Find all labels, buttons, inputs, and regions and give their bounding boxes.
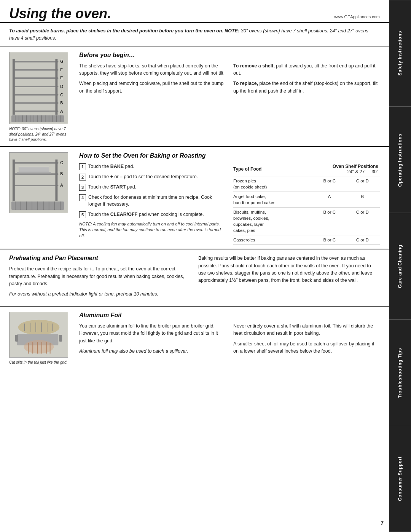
svg-text:G: G <box>60 59 63 63</box>
before-you-begin-right: To remove a shelf, pull it toward you, t… <box>233 62 380 98</box>
preheating-para-2: For ovens without a preheat indicator li… <box>9 291 191 298</box>
shelf-positions-col: Type of Food Oven Shelf Positions 24" & … <box>233 163 380 245</box>
remove-shelf-para: To remove a shelf, pull it toward you, t… <box>233 62 380 77</box>
main-content: Using the oven. www.GEAppliances.com To … <box>0 0 389 370</box>
before-you-begin-section: G F E D C B A <box>0 46 389 147</box>
page-title: Using the oven. <box>9 7 111 21</box>
sidebar-tab-operating[interactable]: Operating Instructions <box>389 107 411 213</box>
svg-text:E: E <box>60 75 63 80</box>
aluminum-image-area: Cut slits in the foil just like the grid… <box>9 312 74 365</box>
svg-rect-0 <box>10 52 68 124</box>
svg-text:C: C <box>60 92 63 97</box>
preheating-left: Preheating and Pan Placement Preheat the… <box>9 255 191 301</box>
aluminum-para-1: You can use aluminum foil to line the br… <box>79 323 226 345</box>
step-1: 1 Touch the BAKE pad. <box>79 163 226 170</box>
svg-rect-36 <box>13 173 58 175</box>
before-you-begin-content: Before you begin… The shelves have stop-… <box>79 52 380 142</box>
baking-image-area: C B A <box>9 152 74 245</box>
svg-text:B: B <box>60 101 63 105</box>
oven-shelf-image: G F E D C B A <box>9 52 68 124</box>
svg-rect-61 <box>15 335 18 342</box>
before-you-begin-title: Before you begin… <box>79 52 380 59</box>
table-row: Casseroles B or C C or D <box>233 235 380 245</box>
svg-rect-12 <box>13 94 58 95</box>
before-you-begin-left: The shelves have stop-locks, so that whe… <box>79 62 226 98</box>
sidebar-tab-troubleshooting[interactable]: Troubleshooting Tips <box>389 320 411 426</box>
baking-section: C B A <box>0 147 389 250</box>
aluminum-image-caption: Cut slits in the foil just like the grid… <box>9 360 74 365</box>
baking-columns: 1 Touch the BAKE pad. 2 Touch the + or –… <box>79 163 380 245</box>
intro-text: To avoid possible burns, place the shelv… <box>0 25 389 46</box>
svg-rect-10 <box>13 77 58 79</box>
preheating-section: Preheating and Pan Placement Preheat the… <box>0 249 389 307</box>
svg-text:D: D <box>60 84 63 89</box>
preheating-para-1: Preheat the oven if the recipe calls for… <box>9 265 191 288</box>
table-row: Biscuits, muffins, brownies, cookies, cu… <box>233 207 380 235</box>
svg-text:A: A <box>60 109 63 113</box>
svg-rect-16 <box>55 59 57 114</box>
svg-rect-13 <box>13 102 58 104</box>
aluminum-right-para-2: A smaller sheet of foil may be used to c… <box>233 340 380 355</box>
svg-rect-41 <box>55 159 57 201</box>
svg-text:A: A <box>60 182 63 187</box>
svg-rect-11 <box>13 86 58 87</box>
step-3: 3 Touch the START pad. <box>79 184 226 191</box>
page-number: 7 <box>381 520 384 526</box>
aluminum-right-para-1: Never entirely cover a shelf with alumin… <box>233 323 380 337</box>
before-you-begin-columns: The shelves have stop-locks, so that whe… <box>79 62 380 98</box>
step-5: 5 Touch the CLEAR/OFF pad when cooking i… <box>79 211 226 218</box>
aluminum-left: You can use aluminum foil to line the br… <box>79 323 226 358</box>
baking-title: How to Set the Oven for Baking or Roasti… <box>79 152 380 159</box>
aluminum-right: Never entirely cover a shelf with alumin… <box>233 323 380 358</box>
baking-note: NOTE: A cooling fan may automatically tu… <box>79 221 226 239</box>
page-header: Using the oven. www.GEAppliances.com <box>0 0 389 23</box>
baking-content: How to Set the Oven for Baking or Roasti… <box>79 152 380 245</box>
shelf-stop-locks-para: The shelves have stop-locks, so that whe… <box>79 62 226 77</box>
table-row: Angel food cake, bundt or pound cakes A … <box>233 192 380 207</box>
aluminum-content: Aluminum Foil You can use aluminum foil … <box>79 312 380 365</box>
shelf-positions-header: Oven Shelf Positions 24" & 27" 30" <box>314 163 380 176</box>
svg-rect-9 <box>13 69 58 70</box>
svg-rect-38 <box>17 172 51 173</box>
svg-rect-37 <box>13 184 58 186</box>
preheating-right: Baking results will be better if baking … <box>198 255 380 301</box>
sidebar-tab-consumer[interactable]: Consumer Support <box>389 426 411 532</box>
aluminum-para-2: Aluminum foil may also be used to catch … <box>79 348 226 355</box>
svg-rect-15 <box>13 59 15 114</box>
aluminum-title: Aluminum Foil <box>79 312 380 319</box>
svg-rect-39 <box>19 167 49 172</box>
preheating-right-para: Baking results will be better if baking … <box>198 255 380 284</box>
table-row: Frozen pies (on cookie sheet) B or C C o… <box>233 176 380 192</box>
aluminum-columns: You can use aluminum foil to line the br… <box>79 323 380 358</box>
svg-rect-40 <box>13 159 15 201</box>
svg-text:F: F <box>60 67 63 72</box>
shelf-removing-para: When placing and removing cookware, pull… <box>79 80 226 95</box>
replace-shelf-para: To replace, place the end of the shelf (… <box>233 80 380 95</box>
baking-oven-image: C B A <box>9 152 68 213</box>
svg-rect-35 <box>13 162 58 163</box>
step-4: 4 Check food for doneness at minimum tim… <box>79 194 226 208</box>
preheating-title: Preheating and Pan Placement <box>9 255 191 262</box>
step-2: 2 Touch the + or – pad to set the desire… <box>79 173 226 181</box>
sidebar-tab-care[interactable]: Care and Cleaning <box>389 213 411 320</box>
food-shelf-table: Type of Food Oven Shelf Positions 24" & … <box>233 163 380 245</box>
svg-rect-62 <box>59 335 62 342</box>
oven-shelf-image-area: G F E D C B A <box>9 52 74 142</box>
sidebar-tabs: Safety Instructions Operating Instructio… <box>389 0 411 532</box>
svg-rect-14 <box>13 110 58 112</box>
aluminum-section: Cut slits in the foil just like the grid… <box>0 307 389 370</box>
svg-rect-8 <box>13 61 58 62</box>
aluminum-foil-image <box>9 312 68 358</box>
svg-text:B: B <box>60 171 63 176</box>
svg-text:C: C <box>60 160 63 165</box>
shelf-image-caption: NOTE: 30" ovens (shown) have 7 shelf pos… <box>9 126 74 142</box>
col-food-header: Type of Food <box>233 163 314 176</box>
website-url: www.GEAppliances.com <box>334 14 380 21</box>
sidebar-tab-safety[interactable]: Safety Instructions <box>389 0 411 107</box>
baking-steps-col: 1 Touch the BAKE pad. 2 Touch the + or –… <box>79 163 226 245</box>
